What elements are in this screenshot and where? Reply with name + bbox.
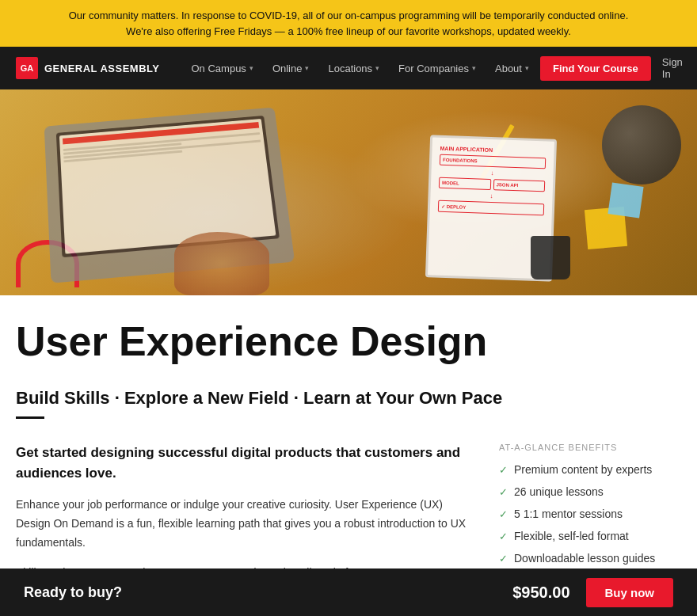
nav-about[interactable]: About ▾	[487, 56, 537, 81]
buy-right: $950.00 Buy now	[512, 578, 673, 607]
coffee-mug-decoration	[531, 236, 570, 279]
page-title-section: User Experience Design	[0, 295, 697, 372]
banner-line1: Our community matters. In response to CO…	[16, 8, 681, 24]
buy-now-button[interactable]: Buy now	[586, 578, 674, 607]
logo[interactable]: GA GENERAL ASSEMBLY	[16, 57, 160, 79]
check-icon: ✓	[499, 464, 508, 476]
price-display: $950.00	[512, 584, 569, 602]
top-banner: Our community matters. In response to CO…	[0, 0, 697, 47]
hero-image: MAIN APPLICATION FOUNDATIONS ↓ MODEL JSO…	[0, 89, 697, 295]
buy-bar: Ready to buy? $950.00 Buy now	[0, 568, 697, 616]
benefit-item: ✓ 26 unique lessons	[499, 485, 681, 498]
subtitle-divider	[16, 416, 44, 419]
nav-links: On Campus ▾ Online ▾ Locations ▾ For Com…	[184, 56, 537, 81]
ready-to-buy-text: Ready to buy?	[24, 584, 122, 601]
navbar: GA GENERAL ASSEMBLY On Campus ▾ Online ▾…	[0, 47, 697, 89]
signin-button[interactable]: Sign In	[654, 50, 691, 86]
benefits-label: AT-A-GLANCE BENEFITS	[499, 443, 681, 452]
nav-locations[interactable]: Locations ▾	[320, 56, 387, 81]
chevron-down-icon: ▾	[375, 64, 379, 72]
chevron-down-icon: ▾	[305, 64, 309, 72]
nav-oncampus[interactable]: On Campus ▾	[184, 56, 261, 81]
banner-line2: We're also offering Free Fridays — a 100…	[16, 24, 681, 40]
nav-online[interactable]: Online ▾	[265, 56, 318, 81]
globe-decoration	[602, 105, 681, 184]
benefit-item: ✓ 5 1:1 mentor sessions	[499, 508, 681, 520]
subtitle: Build Skills · Explore a New Field · Lea…	[16, 388, 681, 409]
hand-decoration	[174, 232, 269, 295]
check-icon: ✓	[499, 486, 508, 498]
chevron-down-icon: ▾	[525, 64, 529, 72]
benefit-item: ✓ Downloadable lesson guides	[499, 552, 681, 565]
find-course-button[interactable]: Find Your Course	[540, 56, 651, 81]
check-icon: ✓	[499, 553, 508, 565]
intro-para1: Enhance your job performance or indulge …	[16, 496, 467, 552]
benefit-item: ✓ Premium content by experts	[499, 463, 681, 476]
page-title: User Experience Design	[16, 319, 681, 364]
chevron-down-icon: ▾	[249, 64, 253, 72]
intro-bold: Get started designing successful digital…	[16, 443, 467, 483]
check-icon: ✓	[499, 530, 508, 542]
logo-name: GENERAL ASSEMBLY	[44, 63, 160, 74]
logo-abbr: GA	[16, 57, 38, 79]
nav-for-companies[interactable]: For Companies ▾	[390, 56, 484, 81]
sticky-note-blue	[607, 182, 643, 218]
subtitle-section: Build Skills · Explore a New Field · Lea…	[0, 372, 697, 427]
chevron-down-icon: ▾	[472, 64, 476, 72]
benefit-item: ✓ Flexible, self-led format	[499, 530, 681, 542]
check-icon: ✓	[499, 508, 508, 520]
